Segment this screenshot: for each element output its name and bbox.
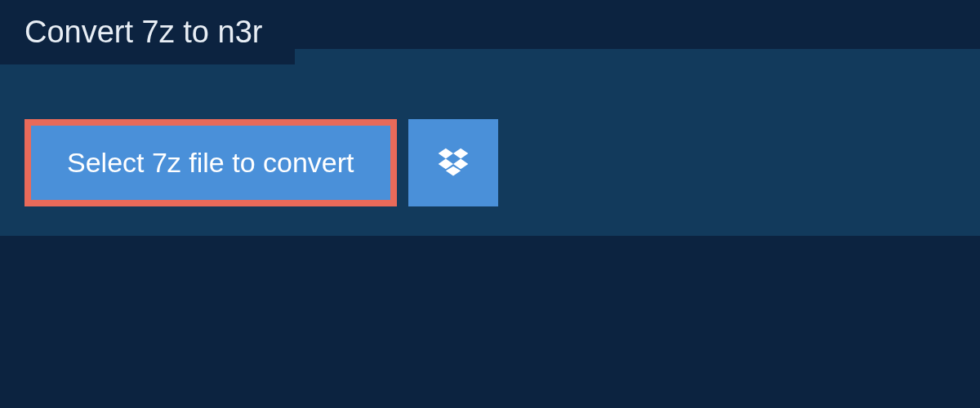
page-title: Convert 7z to n3r xyxy=(24,15,262,49)
dropbox-button[interactable] xyxy=(408,119,498,206)
action-row: Select 7z file to convert xyxy=(0,95,980,236)
dropbox-icon xyxy=(435,145,471,181)
select-file-label: Select 7z file to convert xyxy=(67,147,354,179)
converter-panel: Convert 7z to n3r Select 7z file to conv… xyxy=(0,49,980,236)
tab-header: Convert 7z to n3r xyxy=(0,0,295,64)
select-file-button[interactable]: Select 7z file to convert xyxy=(24,119,397,206)
